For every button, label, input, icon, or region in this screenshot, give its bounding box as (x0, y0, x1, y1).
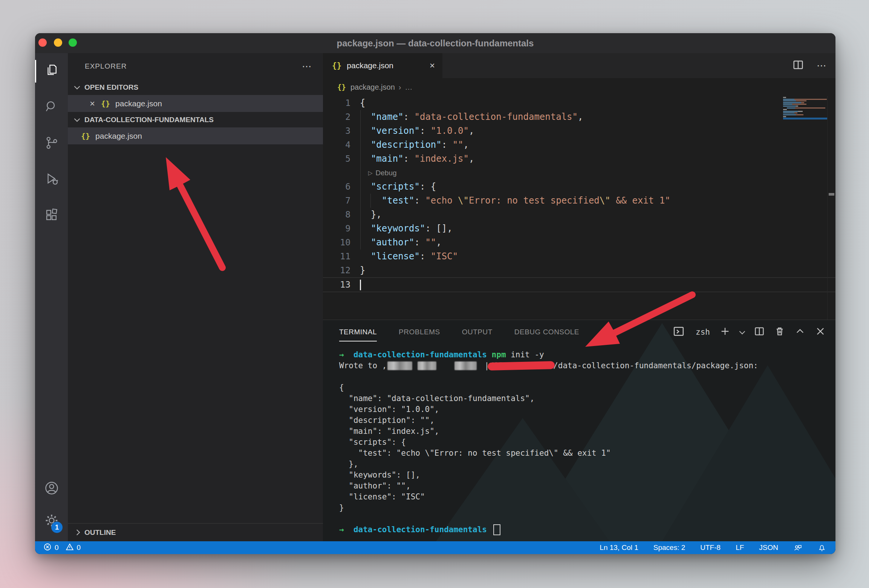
open-editor-item-package-json[interactable]: × {} package.json (68, 95, 323, 112)
text-cursor (360, 280, 361, 290)
feedback-icon[interactable] (793, 543, 802, 552)
terminal-line: }, (339, 459, 824, 470)
split-editor-button[interactable] (793, 59, 804, 72)
minimap[interactable] (783, 97, 828, 119)
kill-terminal-button[interactable] (774, 326, 785, 338)
file-item-package-json[interactable]: {} package.json (68, 127, 323, 144)
error-icon (43, 543, 52, 553)
open-editors-label: OPEN EDITORS (84, 83, 138, 92)
json-file-icon: {} (337, 83, 346, 91)
terminal-cursor (493, 524, 500, 535)
code-line[interactable]: 3 "version": "1.0.0", (323, 124, 835, 138)
close-editor-icon[interactable]: × (90, 98, 95, 109)
terminal-line: "version": "1.0.0", (339, 404, 824, 415)
code-line[interactable]: 11 "license": "ISC" (323, 250, 835, 263)
tab-debug-console[interactable]: DEBUG CONSOLE (514, 328, 579, 336)
terminal-line: → data-collection-fundamentals (339, 524, 824, 535)
shell-name[interactable]: zsh (696, 328, 710, 337)
notifications-bell-icon[interactable] (817, 543, 826, 552)
editor-tab-bar: {} package.json × ⋯ (323, 53, 835, 78)
editor-more-actions-button[interactable]: ⋯ (817, 60, 827, 72)
scrollbar-thumb[interactable] (829, 193, 834, 196)
language-mode-status[interactable]: JSON (759, 544, 778, 552)
outline-section-header[interactable]: OUTLINE (68, 523, 323, 541)
tab-output[interactable]: OUTPUT (462, 328, 493, 336)
chevron-down-icon (74, 84, 80, 90)
activity-source-control[interactable] (35, 126, 68, 162)
vscode-window: package.json — data-collection-fundament… (35, 33, 835, 554)
terminal-output[interactable]: → data-collection-fundamentals npm init … (339, 349, 824, 541)
close-panel-button[interactable] (815, 326, 826, 338)
terminal-line (339, 371, 824, 382)
json-file-icon: {} (81, 132, 90, 141)
tab-terminal[interactable]: TERMINAL (339, 328, 377, 336)
open-editor-filename: package.json (115, 99, 162, 108)
encoding-status[interactable]: UTF-8 (700, 544, 721, 552)
indentation-status[interactable]: Spaces: 2 (653, 544, 685, 552)
indent-guide (360, 110, 361, 250)
terminal-line: "license": "ISC" (339, 492, 824, 502)
accounts-button[interactable] (35, 473, 68, 505)
terminal-line: "name": "data-collection-fundamentals", (339, 393, 824, 404)
file-item-filename: package.json (95, 132, 142, 141)
terminal-line: → data-collection-fundamentals npm init … (339, 349, 824, 360)
window-title: package.json — data-collection-fundament… (35, 33, 835, 53)
split-terminal-button[interactable] (754, 326, 765, 338)
breadcrumb-more[interactable]: … (405, 83, 412, 92)
explorer-sidebar: EXPLORER ⋯ OPEN EDITORS × {} package.jso… (68, 53, 323, 541)
terminal-panel: TERMINAL PROBLEMS OUTPUT DEBUG CONSOLE z… (323, 320, 835, 541)
terminal-line: "keywords": [], (339, 470, 824, 481)
code-line[interactable]: 8 }, (323, 208, 835, 222)
title-bar: package.json — data-collection-fundament… (35, 33, 835, 53)
project-section-header[interactable]: DATA-COLLECTION-FUNDAMENTALS (68, 112, 323, 127)
tab-problems[interactable]: PROBLEMS (399, 328, 440, 336)
problems-status[interactable]: 0 0 (43, 543, 81, 553)
close-tab-icon[interactable]: × (430, 60, 435, 71)
minimap-current-line (783, 118, 828, 119)
new-terminal-button[interactable] (720, 326, 730, 338)
open-editors-section-header[interactable]: OPEN EDITORS (68, 80, 323, 95)
warning-icon (66, 543, 74, 553)
breadcrumb-separator: › (399, 83, 401, 92)
terminal-line: } (339, 502, 824, 513)
terminal-line (339, 513, 824, 524)
code-line[interactable]: 5 "main": "index.js", (323, 152, 835, 166)
activity-run-debug[interactable] (35, 162, 68, 198)
red-strikethrough-bar (488, 361, 555, 371)
code-line[interactable]: 12} (323, 263, 835, 277)
eol-status[interactable]: LF (736, 544, 744, 552)
outline-label: OUTLINE (84, 528, 116, 537)
activity-search[interactable] (35, 89, 68, 126)
search-icon (44, 99, 59, 116)
activity-extensions[interactable] (35, 198, 68, 234)
activity-explorer[interactable] (35, 53, 68, 89)
breadcrumb[interactable]: {} package.json › … (323, 78, 835, 96)
tab-label: package.json (347, 61, 424, 70)
code-line[interactable]: 2 "name": "data-collection-fundamentals"… (323, 110, 835, 124)
code-line[interactable]: 6 "scripts": { (323, 180, 835, 194)
code-line[interactable]: 9 "keywords": [], (323, 222, 835, 236)
code-line[interactable]: 1{ (323, 96, 835, 110)
code-editor[interactable]: 1{2 "name": "data-collection-fundamental… (323, 96, 835, 320)
sidebar-title: EXPLORER (85, 62, 302, 70)
code-line[interactable]: 10 "author": "", (323, 236, 835, 250)
overview-ruler[interactable] (827, 96, 835, 320)
chevron-down-icon (74, 116, 80, 122)
terminal-profile-dropdown-icon[interactable] (739, 328, 745, 334)
tab-package-json[interactable]: {} package.json × (323, 53, 442, 78)
code-line[interactable]: 7 "test": "echo \"Error: no test specifi… (323, 194, 835, 208)
indent-guide (370, 194, 371, 208)
explorer-more-actions-button[interactable]: ⋯ (302, 61, 312, 72)
breadcrumb-file[interactable]: package.json (350, 83, 395, 92)
code-line[interactable]: 13 (323, 277, 835, 292)
json-file-icon: {} (332, 61, 341, 70)
terminal-line: Wrote to ,|/1Playground/data-collection-… (339, 360, 824, 371)
cursor-position-status[interactable]: Ln 13, Col 1 (600, 544, 638, 552)
code-line[interactable]: 4 "description": "", (323, 138, 835, 152)
status-bar: 0 0 Ln 13, Col 1 Spaces: 2 UTF-8 LF JSON (35, 541, 835, 554)
settings-button[interactable]: 1 (35, 505, 68, 537)
json-file-icon: {} (101, 99, 110, 108)
maximize-panel-button[interactable] (795, 326, 805, 338)
codelens-debug[interactable]: ▷Debug (323, 166, 835, 180)
redacted-blur-block (454, 361, 477, 370)
